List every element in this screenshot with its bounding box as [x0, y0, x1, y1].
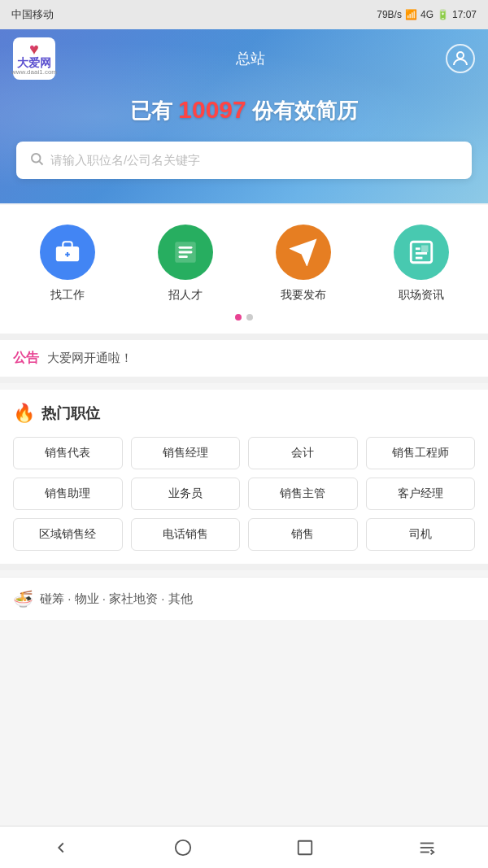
quick-nav-section: 找工作 招人才: [0, 205, 488, 334]
hero-section: ♥ 大爱网 www.daai1.com 总站 已有 10097 份有效简历: [0, 29, 488, 203]
bottom-nav: [0, 826, 488, 868]
news-label: 职场资讯: [399, 288, 444, 303]
icon-publish[interactable]: 我要发布: [244, 225, 362, 303]
wifi-icon: 📶: [405, 9, 417, 20]
divider-1: [0, 334, 488, 340]
job-tag[interactable]: 业务员: [131, 478, 241, 510]
icon-find-job[interactable]: 找工作: [8, 225, 126, 303]
teaser-text: 碰筹 · 物业 · 家社地资 · 其他: [40, 591, 193, 607]
publish-icon-circle: [276, 225, 331, 280]
divider-3: [0, 564, 488, 570]
logo-box: ♥ 大爱网 www.daai1.com: [13, 37, 55, 80]
time-text: 17:07: [452, 9, 477, 20]
dot-2: [246, 314, 253, 321]
publish-label: 我要发布: [281, 288, 326, 303]
icons-grid: 找工作 招人才: [8, 225, 480, 303]
svg-rect-18: [298, 840, 312, 854]
svg-point-1: [32, 154, 41, 163]
search-icon: [29, 151, 44, 169]
recruit-label: 招人才: [168, 288, 203, 303]
icon-recruit[interactable]: 招人才: [126, 225, 244, 303]
logo-main-text: 大爱网: [17, 57, 51, 68]
status-bar: 中国移动 79B/s 📶 4G 🔋 17:07: [0, 0, 488, 29]
job-tag[interactable]: 区域销售经: [13, 518, 123, 551]
dot-1: [235, 314, 242, 321]
nav-title: 总站: [236, 49, 265, 68]
avatar-button[interactable]: [446, 44, 475, 73]
hot-jobs-title: 热门职位: [41, 403, 100, 423]
bottom-teaser: 🍜 碰筹 · 物业 · 家社地资 · 其他: [0, 577, 488, 620]
speed-text: 79B/s: [377, 9, 402, 20]
find-job-icon-circle: [40, 225, 95, 280]
notice-text: 大爱网开通啦！: [47, 351, 133, 366]
jobs-grid: 销售代表 销售经理 会计 销售工程师 销售助理 业务员 销售主管 客户经理 区域…: [13, 437, 475, 551]
divider-2: [0, 377, 488, 383]
fire-icon: 🔥: [13, 403, 35, 424]
signal-text: 4G: [420, 9, 434, 20]
carrier-text: 中国移动: [11, 7, 54, 22]
job-tag[interactable]: 司机: [366, 518, 476, 551]
news-icon-circle: [394, 225, 449, 280]
hero-count: 10097: [178, 96, 246, 123]
icon-news[interactable]: 职场资讯: [362, 225, 480, 303]
job-tag[interactable]: 销售工程师: [366, 437, 476, 469]
hot-jobs-header: 🔥 热门职位: [13, 403, 475, 424]
hero-title-prefix: 已有: [130, 98, 178, 123]
status-icons: 79B/s 📶 4G 🔋 17:07: [377, 9, 477, 20]
notice-bar: 公告 大爱网开通啦！: [0, 340, 488, 377]
svg-point-0: [457, 52, 464, 59]
svg-line-2: [39, 161, 42, 164]
logo: ♥ 大爱网 www.daai1.com: [13, 37, 55, 80]
job-tag[interactable]: 销售: [248, 518, 358, 551]
svg-rect-16: [422, 246, 427, 251]
svg-marker-11: [291, 241, 314, 264]
recruit-icon-circle: [158, 225, 213, 280]
heart-icon: ♥: [29, 41, 39, 57]
job-tag[interactable]: 销售助理: [13, 478, 123, 510]
job-tag[interactable]: 销售主管: [248, 478, 358, 510]
teaser-icon: 🍜: [13, 589, 33, 608]
hot-jobs-section: 🔥 热门职位 销售代表 销售经理 会计 销售工程师 销售助理 业务员 销售主管 …: [0, 390, 488, 564]
job-tag[interactable]: 销售经理: [131, 437, 241, 469]
search-placeholder-text: 请输入职位名/公司名关键字: [50, 153, 200, 168]
carousel-dots: [8, 314, 480, 321]
hero-title: 已有 10097 份有效简历: [0, 96, 488, 125]
find-job-label: 找工作: [50, 288, 85, 303]
notice-tag: 公告: [13, 350, 39, 367]
back-button[interactable]: [37, 831, 85, 864]
battery-icon: 🔋: [437, 9, 449, 20]
nav-bar: ♥ 大爱网 www.daai1.com 总站: [0, 29, 488, 88]
job-tag[interactable]: 销售代表: [13, 437, 123, 469]
job-tag[interactable]: 电话销售: [131, 518, 241, 551]
hero-title-suffix: 份有效简历: [246, 98, 358, 123]
logo-sub-text: www.daai1.com: [11, 68, 57, 76]
search-bar[interactable]: 请输入职位名/公司名关键字: [16, 142, 472, 179]
square-button[interactable]: [281, 831, 329, 864]
home-button[interactable]: [159, 831, 207, 864]
job-tag[interactable]: 客户经理: [366, 478, 476, 510]
menu-button[interactable]: [403, 831, 451, 864]
job-tag[interactable]: 会计: [248, 437, 358, 469]
svg-point-17: [176, 840, 190, 854]
